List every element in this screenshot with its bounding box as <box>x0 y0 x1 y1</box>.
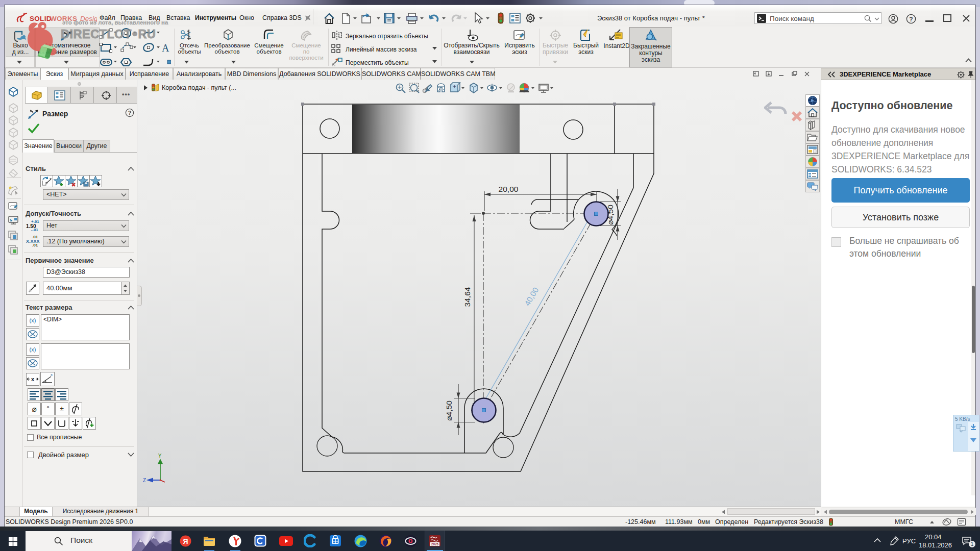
svg-text:(x): (x) <box>30 346 36 353</box>
svg-text:Y: Y <box>158 453 162 459</box>
svg-text:⌀4,50: ⌀4,50 <box>445 400 453 421</box>
svg-text:34,64: 34,64 <box>463 287 472 307</box>
svg-text:2026: 2026 <box>431 542 439 546</box>
svg-text:x: x <box>31 376 35 382</box>
svg-text:40,00: 40,00 <box>523 286 540 307</box>
svg-text:A: A <box>162 42 169 54</box>
svg-text:Я: Я <box>183 537 188 545</box>
svg-text:(x): (x) <box>30 317 36 323</box>
svg-text:x: x <box>51 372 53 377</box>
svg-text:?: ? <box>128 110 132 116</box>
svg-text:Z: Z <box>143 478 146 483</box>
svg-text:20,00: 20,00 <box>499 185 519 193</box>
svg-text:?: ? <box>909 16 913 23</box>
